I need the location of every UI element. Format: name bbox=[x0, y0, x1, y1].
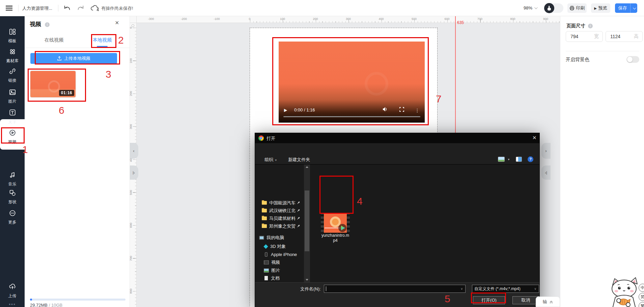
page-height-value: 1124 bbox=[610, 34, 620, 39]
collapse-panel-full-tab[interactable]: |‹ bbox=[130, 165, 138, 180]
dialog-sidebar-item[interactable]: 视频 bbox=[255, 258, 304, 266]
play-icon: ▶ bbox=[594, 6, 597, 10]
scrollbar-thumb[interactable] bbox=[305, 190, 309, 251]
sidebar-item-image[interactable]: 图片 bbox=[0, 88, 25, 104]
scroll-up-icon[interactable] bbox=[306, 166, 308, 168]
sidebar-item-shape[interactable]: 形状 bbox=[0, 189, 25, 205]
dialog-sidebar-item[interactable]: 3D 对象 bbox=[255, 242, 304, 250]
preview-label: 预览 bbox=[598, 5, 607, 11]
app-root: 人力资源管理... 有操作尚未保存! 98% 印刷 ▶ 预览 保存 bbox=[0, 0, 644, 307]
dialog-sidebar-item[interactable]: 武汉钢铁江北 bbox=[255, 207, 304, 214]
preview-button[interactable]: ▶ 预览 bbox=[591, 3, 610, 13]
video-progress-bar[interactable] bbox=[283, 116, 420, 117]
dialog-sidebar-item[interactable]: 文档 bbox=[255, 274, 304, 282]
document-title[interactable]: 人力资源管理... bbox=[22, 5, 52, 11]
toggle-knob bbox=[627, 57, 633, 62]
video-decoration bbox=[365, 72, 388, 96]
video-fullscreen-icon[interactable] bbox=[399, 107, 404, 113]
zoom-level-dropdown[interactable]: 98% bbox=[524, 5, 537, 10]
sidebar-item-assets[interactable]: 素材库 bbox=[0, 48, 25, 64]
info-icon[interactable]: i bbox=[45, 22, 50, 27]
print-button[interactable]: 印刷 bbox=[567, 3, 587, 13]
upload-icon bbox=[57, 56, 62, 61]
sidebar-item-video[interactable]: 视频 bbox=[0, 129, 25, 145]
save-button[interactable]: 保存 bbox=[615, 3, 637, 13]
cat-mascot[interactable] bbox=[604, 277, 644, 307]
new-folder-button[interactable]: 新建文件夹 bbox=[288, 157, 310, 163]
image-icon bbox=[9, 88, 16, 96]
help-icon[interactable]: ? bbox=[528, 156, 533, 162]
filename-dropdown-icon[interactable]: ∨ bbox=[460, 287, 463, 290]
shape-icon bbox=[9, 189, 16, 197]
dialog-sidebar-item-label: 3D 对象 bbox=[270, 244, 286, 250]
dialog-sidebar-item[interactable]: Apple iPhone bbox=[255, 251, 304, 258]
dialog-close-icon[interactable]: ✕ bbox=[532, 135, 537, 141]
dialog-sidebar-item[interactable]: 中国能源汽车 bbox=[255, 199, 304, 207]
sidebar-item-more[interactable]: 更多 bbox=[0, 209, 25, 225]
dialog-sidebar-item[interactable]: 马贝建筑材料 bbox=[255, 214, 304, 222]
tab-local-video[interactable]: 本地视频 bbox=[93, 37, 112, 43]
video-thumbnail[interactable]: 01:16 bbox=[30, 70, 76, 98]
text-icon bbox=[9, 109, 16, 116]
file-item-name[interactable]: yunzhanintro.mp4 bbox=[318, 233, 352, 243]
filetype-select[interactable]: 自定义文件 (*.m4v;*.mp4) ∨ bbox=[472, 285, 539, 293]
filename-input[interactable]: ∨ bbox=[324, 285, 466, 293]
video-menu-icon[interactable]: ⋮ bbox=[415, 108, 420, 113]
upload-local-video-button[interactable]: 上传本地视频 bbox=[30, 53, 117, 64]
film-icon bbox=[264, 260, 269, 264]
sidebar-item-music[interactable]: 音乐 bbox=[0, 171, 25, 187]
ruler-label: -100 bbox=[214, 17, 220, 21]
sidebar-more-dots[interactable]: ••• bbox=[0, 302, 25, 307]
file-item-thumbnail[interactable] bbox=[321, 213, 350, 233]
sidebar-item-text[interactable]: 文字 bbox=[0, 109, 25, 125]
dialog-sidebar-item[interactable]: 图片 bbox=[255, 266, 304, 274]
tab-online-video[interactable]: 在线视频 bbox=[45, 37, 63, 43]
sidebar-item-link[interactable]: 链接 bbox=[0, 68, 25, 83]
hamburger-menu-icon[interactable] bbox=[5, 5, 13, 11]
sidebar-item-template[interactable]: 模板 bbox=[0, 28, 25, 44]
horizontal-ruler: -300-200-1000100200300400500600700800900 bbox=[137, 16, 560, 23]
sidebar-item-upload[interactable]: 上传 bbox=[0, 283, 25, 299]
sidebar-item-label: 图片 bbox=[0, 99, 25, 104]
expand-right-panel-tab[interactable]: › bbox=[541, 143, 551, 159]
editor-canvas: -300-200-1000100200300400500600700800900… bbox=[130, 16, 560, 307]
dialog-sidebar-item-label: 文档 bbox=[271, 275, 280, 281]
top-toolbar: 人力资源管理... 有操作尚未保存! 98% 印刷 ▶ 预览 保存 bbox=[0, 0, 644, 16]
panel-close-icon[interactable]: × bbox=[115, 19, 119, 27]
expand-right-panel-full-tab[interactable]: ›| bbox=[541, 165, 551, 180]
undo-icon[interactable] bbox=[63, 4, 71, 12]
canvas-video-element[interactable]: ▶ 0:00 / 1:16 ⋮ bbox=[279, 42, 425, 123]
guide-line[interactable] bbox=[455, 16, 456, 133]
pin-icon bbox=[296, 216, 301, 221]
sidebar-item-label: 模板 bbox=[0, 38, 25, 44]
filename-label: 文件名(N): bbox=[300, 286, 321, 292]
video-play-icon[interactable]: ▶ bbox=[284, 108, 287, 112]
redo-icon[interactable] bbox=[77, 4, 84, 12]
ruler-origin-icon[interactable] bbox=[132, 24, 134, 27]
view-mode-dropdown-icon[interactable]: ▼ bbox=[507, 158, 510, 161]
picture-icon bbox=[264, 268, 269, 273]
collapse-panel-tab[interactable]: ‹ bbox=[130, 143, 138, 159]
scroll-down-icon[interactable] bbox=[306, 279, 308, 281]
open-button[interactable]: 打开(O) bbox=[473, 296, 505, 304]
dialog-sidebar-item[interactable]: 郑州豫之安贸 bbox=[255, 222, 304, 230]
save-dropdown[interactable] bbox=[631, 7, 637, 9]
info-icon[interactable]: i bbox=[588, 24, 593, 28]
ruler-label: 300 bbox=[346, 17, 351, 21]
timeline-collapse-tab[interactable]: 轴 bbox=[536, 297, 560, 307]
video-duration-badge: 01:16 bbox=[59, 90, 74, 96]
video-icon bbox=[9, 129, 16, 136]
page-width-input[interactable]: 794 宽 bbox=[566, 31, 603, 42]
hand-tool-toggle[interactable] bbox=[544, 3, 563, 13]
preview-pane-icon[interactable] bbox=[516, 157, 522, 162]
bg-color-toggle[interactable] bbox=[626, 56, 639, 63]
dialog-buttons-row: 打开(O) 取消 bbox=[255, 294, 539, 307]
dialog-sidebar-scrollbar[interactable] bbox=[304, 164, 310, 282]
dialog-titlebar[interactable]: 打开 ✕ bbox=[255, 133, 539, 143]
dialog-sidebar-item[interactable]: 我的电脑 bbox=[255, 234, 304, 241]
page-height-input[interactable]: 1124 高 bbox=[606, 31, 643, 42]
ruler-label: -200 bbox=[181, 17, 187, 21]
organize-menu[interactable]: 组织 ▼ bbox=[264, 157, 277, 163]
view-mode-icon[interactable] bbox=[498, 157, 505, 162]
video-volume-icon[interactable] bbox=[383, 107, 388, 113]
